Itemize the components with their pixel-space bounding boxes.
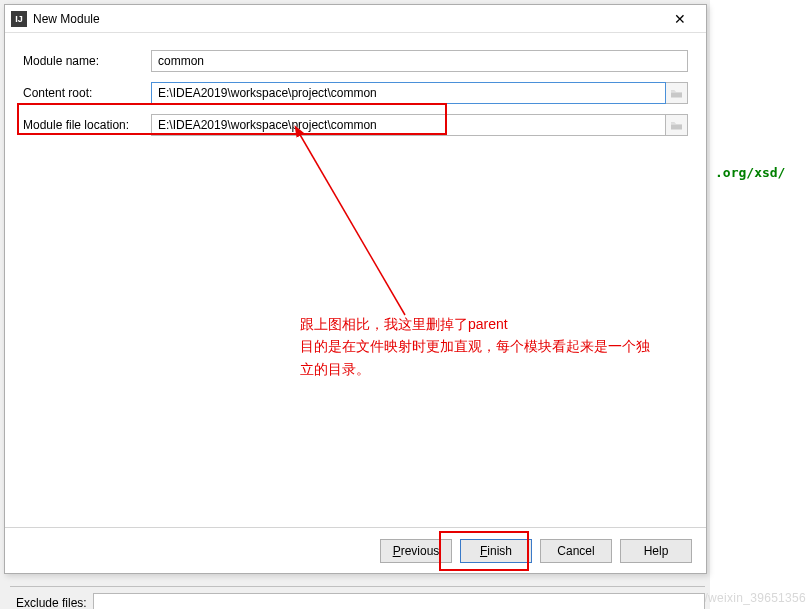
- button-bar: Previous Finish Cancel Help: [5, 527, 706, 573]
- help-button[interactable]: Help: [620, 539, 692, 563]
- annotation-line-1: 跟上图相比，我这里删掉了parent: [300, 313, 660, 335]
- content-root-browse-button[interactable]: [666, 82, 688, 104]
- exclude-files-input[interactable]: [93, 593, 705, 609]
- finish-label-rest: inish: [487, 544, 512, 558]
- background-panel: [710, 0, 812, 609]
- module-file-location-browse-button[interactable]: [666, 114, 688, 136]
- folder-icon: [670, 88, 683, 99]
- cancel-button[interactable]: Cancel: [540, 539, 612, 563]
- app-icon: IJ: [11, 11, 27, 27]
- close-icon: ✕: [674, 11, 686, 27]
- svg-line-0: [299, 133, 405, 315]
- annotation-text: 跟上图相比，我这里删掉了parent 目的是在文件映射时更加直观，每个模块看起来…: [300, 313, 660, 380]
- folder-icon: [670, 120, 683, 131]
- annotation-line-2: 目的是在文件映射时更加直观，每个模块看起来是一个独立的目录。: [300, 335, 660, 380]
- module-file-location-label: Module file location:: [23, 118, 151, 132]
- content-root-row: Content root:: [23, 81, 688, 105]
- exclude-files-label: Exclude files:: [16, 596, 87, 609]
- background-code-fragment: .org/xsd/: [715, 165, 785, 180]
- module-name-input[interactable]: [151, 50, 688, 72]
- dialog-content: Module name: Content root: Module file l…: [5, 33, 706, 527]
- exclude-files-section: Exclude files:: [10, 586, 705, 609]
- content-root-label: Content root:: [23, 86, 151, 100]
- annotation-arrow: [285, 125, 445, 320]
- module-file-location-row: Module file location:: [23, 113, 688, 137]
- previous-label-rest: revious: [401, 544, 440, 558]
- close-button[interactable]: ✕: [660, 6, 700, 32]
- module-name-row: Module name:: [23, 49, 688, 73]
- titlebar: IJ New Module ✕: [5, 5, 706, 33]
- previous-button[interactable]: Previous: [380, 539, 452, 563]
- dialog-title: New Module: [33, 12, 660, 26]
- module-file-location-input[interactable]: [151, 114, 666, 136]
- finish-button[interactable]: Finish: [460, 539, 532, 563]
- new-module-dialog: IJ New Module ✕ Module name: Content roo…: [4, 4, 707, 574]
- content-root-input[interactable]: [151, 82, 666, 104]
- module-name-label: Module name:: [23, 54, 151, 68]
